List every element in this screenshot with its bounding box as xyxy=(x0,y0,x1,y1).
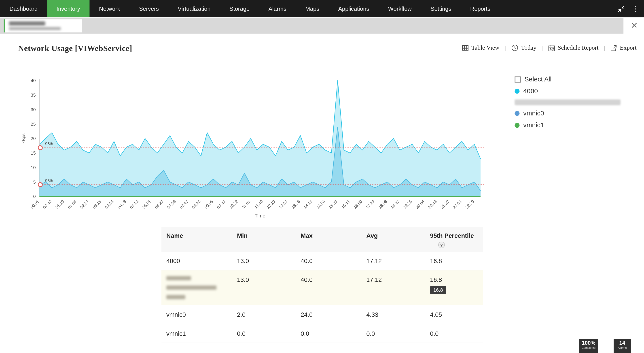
nav-item-servers[interactable]: Servers xyxy=(130,0,168,17)
series-color-dot xyxy=(514,111,520,116)
row-max: 40.0 xyxy=(296,276,361,283)
clock-icon xyxy=(511,44,518,51)
nav-item-maps[interactable]: Maps xyxy=(296,0,329,17)
app-window: Dashboard Inventory Network Servers Virt… xyxy=(0,0,644,353)
row-avg: 0.0 xyxy=(361,330,425,337)
svg-text:19:25: 19:25 xyxy=(402,199,413,210)
row-max: 40.0 xyxy=(296,257,361,264)
svg-text:22:01: 22:01 xyxy=(452,199,462,210)
top-navigation: Dashboard Inventory Network Servers Virt… xyxy=(0,0,644,17)
svg-text:11:01: 11:01 xyxy=(241,199,251,209)
select-all-row[interactable]: Select All xyxy=(514,76,630,83)
nav-item-network[interactable]: Network xyxy=(90,0,130,17)
time-period-button[interactable]: Today xyxy=(511,44,536,51)
nav-item-workflow[interactable]: Workflow xyxy=(378,0,421,17)
page-title: Network Usage [VIWebService] xyxy=(18,44,132,53)
redacted-legend-label xyxy=(514,99,620,105)
svg-text:03:15: 03:15 xyxy=(92,199,102,210)
svg-text:09:05: 09:05 xyxy=(204,199,214,210)
row-avg: 17.12 xyxy=(361,276,425,283)
selected-device-chip[interactable] xyxy=(4,19,82,33)
svg-text:35: 35 xyxy=(31,93,36,98)
svg-text:18:08: 18:08 xyxy=(378,199,388,210)
nav-item-inventory[interactable]: Inventory xyxy=(47,0,90,17)
select-all-checkbox[interactable] xyxy=(514,76,521,83)
col-header-name: Name xyxy=(162,232,232,248)
series-color-dot xyxy=(514,89,520,94)
row-avg: 4.33 xyxy=(361,311,425,318)
row-max: 0.0 xyxy=(296,330,361,337)
separator: | xyxy=(505,45,506,51)
nav-item-dashboard[interactable]: Dashboard xyxy=(0,0,47,17)
separator: | xyxy=(604,45,605,51)
legend-item-vmnic0[interactable]: vmnic0 xyxy=(514,110,630,117)
legend-item-vmnic1[interactable]: vmnic1 xyxy=(514,122,630,129)
col-header-95th: 95th Percentile ? xyxy=(425,232,483,248)
table-view-icon xyxy=(462,45,468,51)
svg-text:16:50: 16:50 xyxy=(353,199,363,210)
svg-text:14:54: 14:54 xyxy=(315,199,326,210)
table-header-row: Name Min Max Avg 95th Percentile ? xyxy=(162,227,483,251)
statistics-table: Name Min Max Avg 95th Percentile ? 4000 … xyxy=(162,227,483,343)
collapse-icon[interactable] xyxy=(617,5,625,13)
alarms-count-badge[interactable]: 14 Alarms xyxy=(614,339,631,353)
svg-text:17:29: 17:29 xyxy=(365,199,376,210)
col-header-max: Max xyxy=(296,232,361,248)
legend-item-label: vmnic0 xyxy=(523,110,544,117)
progress-label: Completed xyxy=(582,346,596,350)
svg-text:20:43: 20:43 xyxy=(427,199,438,210)
svg-text:20: 20 xyxy=(31,136,36,141)
nav-item-storage[interactable]: Storage xyxy=(220,0,259,17)
svg-text:10:22: 10:22 xyxy=(228,199,239,210)
svg-text:kBps: kBps xyxy=(21,134,26,144)
svg-text:01:19: 01:19 xyxy=(54,199,65,210)
progress-value: 100% xyxy=(582,340,596,346)
redacted-device-name xyxy=(9,22,45,26)
row-max: 24.0 xyxy=(296,311,361,318)
discovery-progress-badge[interactable]: 100% Completed xyxy=(579,339,598,353)
nav-item-virtualization[interactable]: Virtualization xyxy=(168,0,220,17)
schedule-report-button[interactable]: Schedule Report xyxy=(548,44,598,51)
legend-item-4000[interactable]: 4000 xyxy=(514,88,630,95)
svg-text:95th: 95th xyxy=(45,141,53,146)
svg-text:15:33: 15:33 xyxy=(328,199,338,210)
svg-text:0: 0 xyxy=(33,194,36,199)
calendar-icon xyxy=(548,45,555,51)
nav-item-settings[interactable]: Settings xyxy=(421,0,461,17)
kebab-menu-icon[interactable]: ⋮ xyxy=(632,5,640,13)
nav-item-reports[interactable]: Reports xyxy=(461,0,500,17)
value-tooltip: 16.8 xyxy=(430,286,446,294)
svg-text:20:04: 20:04 xyxy=(414,199,425,210)
svg-text:30: 30 xyxy=(31,107,36,112)
svg-text:Time: Time xyxy=(255,213,266,219)
legend-item-label: 4000 xyxy=(523,88,538,95)
svg-text:21:22: 21:22 xyxy=(440,199,450,210)
table-row-highlighted: 13.0 40.0 17.12 16.8 16.8 xyxy=(162,270,483,305)
series-color-dot xyxy=(514,123,520,128)
nav-item-applications[interactable]: Applications xyxy=(329,0,378,17)
svg-text:5: 5 xyxy=(33,180,36,185)
row-name: 4000 xyxy=(162,257,232,264)
svg-text:07:08: 07:08 xyxy=(166,199,177,210)
redacted-device-subtitle xyxy=(9,27,60,30)
svg-text:05:12: 05:12 xyxy=(129,199,139,210)
row-min: 0.0 xyxy=(232,330,296,337)
report-actions: Table View | Today | Schedule Report | E… xyxy=(462,44,636,51)
table-view-button[interactable]: Table View xyxy=(462,44,499,51)
time-period-label: Today xyxy=(521,44,536,51)
row-p95: 0.0 xyxy=(425,330,483,337)
svg-text:00:40: 00:40 xyxy=(42,199,52,210)
legend-item-label: vmnic1 xyxy=(523,122,544,129)
row-p95: 4.05 xyxy=(425,311,483,318)
export-button[interactable]: Export xyxy=(610,44,636,51)
help-icon[interactable]: ? xyxy=(438,242,445,248)
svg-text:40: 40 xyxy=(31,78,36,83)
row-min: 13.0 xyxy=(232,257,296,264)
table-row: vmnic1 0.0 0.0 0.0 0.0 xyxy=(162,324,483,343)
legend-item-redacted[interactable] xyxy=(514,99,630,105)
svg-text:25: 25 xyxy=(31,122,36,127)
nav-item-alarms[interactable]: Alarms xyxy=(259,0,296,17)
svg-text:09:43: 09:43 xyxy=(216,199,226,210)
alarms-label: Alarms xyxy=(616,346,628,350)
close-icon[interactable]: × xyxy=(631,20,638,31)
